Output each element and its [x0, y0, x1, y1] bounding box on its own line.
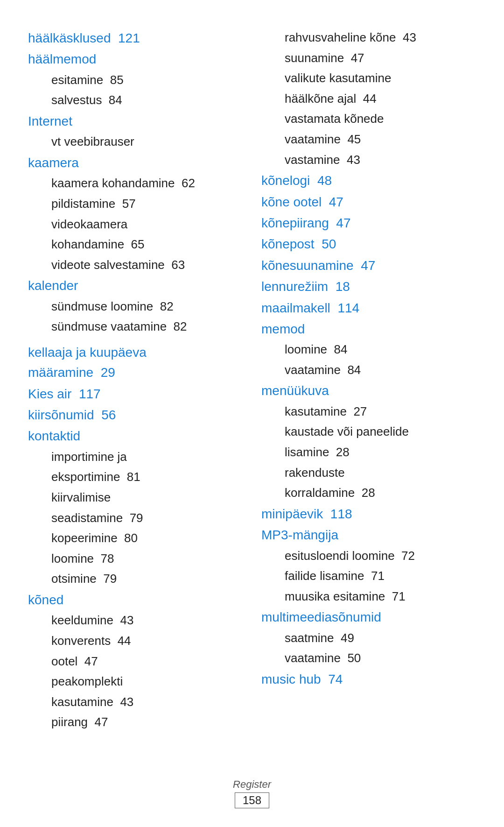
- list-item: videote salvestamine 63: [28, 255, 243, 275]
- heading: kaamera: [28, 156, 79, 170]
- footer-page: 158: [235, 792, 269, 808]
- list-item: kõnelogi 48: [261, 170, 476, 191]
- list-item: kõnesuunamine 47: [261, 255, 476, 276]
- subitem: sündmuse vaatamine 82: [28, 319, 187, 333]
- list-item: vt veebibrauser: [28, 132, 243, 152]
- subitem: vaatamine 45: [261, 132, 361, 146]
- subitem: muusika esitamine 71: [261, 589, 406, 603]
- list-item: lennurežiim 18: [261, 276, 476, 297]
- subitem: kasutamine 27: [261, 404, 367, 418]
- subitem: videote salvestamine 63: [28, 258, 185, 272]
- list-item: otsimine 79: [28, 569, 243, 589]
- subitem: pildistamine 57: [28, 197, 136, 211]
- list-item: kasutamine 43: [28, 693, 243, 712]
- list-item: menüükuva: [261, 381, 476, 401]
- list-item: korraldamine 28: [261, 483, 476, 503]
- list-item: sündmuse vaatamine 82: [28, 317, 243, 337]
- list-item: maailmakell 114: [261, 298, 476, 318]
- heading: kontaktid: [28, 429, 80, 443]
- heading: kellaaja ja kuupäevamääramine 29: [28, 342, 243, 383]
- heading: minipäevik 118: [261, 507, 352, 521]
- subitem: vaatamine 84: [261, 363, 361, 377]
- list-item: failide lisamine 71: [261, 566, 476, 586]
- list-item: kalender: [28, 276, 243, 296]
- heading: häälmemod: [28, 52, 96, 66]
- list-item: häälkäsklused 121: [28, 28, 243, 48]
- list-item: saatmine 49: [261, 629, 476, 648]
- list-item: konverents 44: [28, 631, 243, 651]
- subitem: loomine 78: [28, 551, 114, 565]
- list-item: esitusloendi loomine 72: [261, 546, 476, 566]
- heading: kõned: [28, 593, 63, 607]
- list-item: memod: [261, 319, 476, 339]
- list-item: salvestus 84: [28, 91, 243, 110]
- list-item: loomine 84: [261, 340, 476, 360]
- list-item: ootel 47: [28, 652, 243, 671]
- subitem: rahvusvaheline kõne 43: [261, 30, 416, 44]
- list-item: kaamera kohandamine 62: [28, 174, 243, 193]
- subitem-nonum: vt veebibrauser: [28, 134, 134, 148]
- list-item: Internet: [28, 111, 243, 131]
- list-item: importimine ja: [28, 447, 243, 467]
- list-item: kõned: [28, 590, 243, 610]
- list-item: lisamine 28: [261, 443, 476, 462]
- subitem-nonum: kiirvalimise: [28, 490, 111, 504]
- list-item: kiirvalimise: [28, 488, 243, 508]
- list-item: vaatamine 84: [261, 360, 476, 380]
- subitem: seadistamine 79: [28, 511, 143, 525]
- heading: kiirsõnumid 56: [28, 408, 116, 422]
- list-item: kiirsõnumid 56: [28, 405, 243, 425]
- subitem: failide lisamine 71: [261, 569, 385, 583]
- subitem-nonum: videokaamera: [28, 217, 127, 231]
- column-left: häälkäsklused 121häälmemodesitamine 85sa…: [28, 28, 243, 733]
- heading: maailmakell 114: [261, 301, 359, 315]
- list-item: häälmemod: [28, 49, 243, 69]
- list-item: minipäevik 118: [261, 504, 476, 524]
- list-item: seadistamine 79: [28, 509, 243, 528]
- list-item: kellaaja ja kuupäevamääramine 29: [28, 338, 243, 383]
- subitem: ootel 47: [28, 654, 98, 668]
- heading: Kies air 117: [28, 387, 101, 401]
- list-item: music hub 74: [261, 669, 476, 689]
- subitem: loomine 84: [261, 342, 347, 356]
- heading: music hub 74: [261, 672, 343, 686]
- list-item: muusika esitamine 71: [261, 587, 476, 607]
- subitem: kaamera kohandamine 62: [28, 176, 195, 190]
- subitem: korraldamine 28: [261, 486, 375, 500]
- subitem: konverents 44: [28, 634, 131, 648]
- subitem: saatmine 49: [261, 631, 354, 645]
- heading: häälkäsklused 121: [28, 31, 140, 45]
- subitem-nonum: importimine ja: [28, 450, 127, 464]
- list-item: kõne ootel 47: [261, 192, 476, 212]
- heading: kõnepost 50: [261, 237, 336, 251]
- subitem: kopeerimine 80: [28, 531, 138, 545]
- list-item: eksportimine 81: [28, 467, 243, 487]
- column-right: rahvusvaheline kõne 43suunamine 47valiku…: [261, 28, 476, 690]
- subitem: suunamine 47: [261, 51, 364, 65]
- list-item: kõnepiirang 47: [261, 213, 476, 233]
- subitem: lisamine 28: [261, 445, 350, 459]
- heading: menüükuva: [261, 383, 329, 398]
- list-item: pildistamine 57: [28, 194, 243, 214]
- heading: kõnelogi 48: [261, 173, 332, 188]
- subitem: sündmuse loomine 82: [28, 299, 174, 313]
- subitem: keeldumine 43: [28, 613, 133, 627]
- heading: kõne ootel 47: [261, 195, 343, 209]
- list-item: kaustade või paneelide: [261, 422, 476, 442]
- subitem-nonum: vastamata kõnede: [261, 112, 384, 126]
- heading: multimeediasõnumid: [261, 610, 381, 624]
- list-item: vaatamine 45: [261, 130, 476, 149]
- subitem: kohandamine 65: [28, 237, 144, 251]
- list-item: kontaktid: [28, 426, 243, 446]
- heading: kalender: [28, 278, 78, 293]
- subitem: otsimine 79: [28, 572, 117, 586]
- list-item: sündmuse loomine 82: [28, 297, 243, 317]
- subitem: esitamine 85: [28, 73, 124, 87]
- list-item: vaatamine 50: [261, 649, 476, 668]
- list-item: rahvusvaheline kõne 43: [261, 28, 476, 48]
- list-item: kaamera: [28, 153, 243, 173]
- subitem: häälkõne ajal 44: [261, 92, 377, 106]
- list-item: keeldumine 43: [28, 611, 243, 630]
- list-item: kohandamine 65: [28, 235, 243, 254]
- subitem-nonum: valikute kasutamine: [261, 71, 391, 85]
